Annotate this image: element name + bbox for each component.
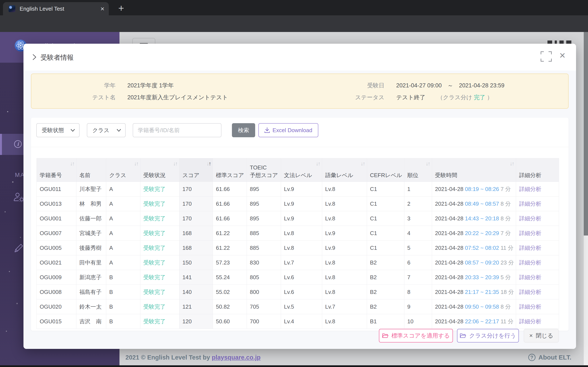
cell-detail[interactable]: 詳細分析 (516, 197, 559, 211)
detail-analysis-link[interactable]: 詳細分析 (519, 215, 541, 222)
exam-date: 2021-04-28 (435, 274, 463, 281)
sort-icons[interactable]: ↓↑ (134, 160, 138, 167)
detail-analysis-link[interactable]: 詳細分析 (519, 303, 541, 310)
cell-toeic-score: 800 (247, 285, 281, 300)
cell-exam-status: 受験完了 (140, 241, 179, 255)
col-header-exam_time[interactable]: ↓↑受験時間 (432, 158, 516, 182)
cell-score: 140 (179, 285, 213, 300)
cell-detail[interactable]: 詳細分析 (516, 211, 559, 226)
table-row: OGU020鈴木一太B受験完了12150.82705Lv.5Lv.7B29202… (37, 300, 559, 314)
page-scrollbar[interactable] (584, 32, 588, 365)
about-elt[interactable]: ? About ELT. (528, 354, 571, 361)
folder-icon (460, 333, 466, 338)
cell-student-id: OGU020 (37, 300, 76, 314)
detail-analysis-link[interactable]: 詳細分析 (519, 259, 541, 266)
cell-detail[interactable]: 詳細分析 (516, 241, 559, 255)
cell-toeic-score: 895 (247, 211, 281, 226)
cell-detail[interactable]: 詳細分析 (516, 285, 559, 300)
col-header-class[interactable]: ↓↑クラス (106, 158, 140, 182)
user-management-icon[interactable] (13, 192, 24, 202)
cell-rank: 10 (404, 314, 432, 329)
sort-icons[interactable]: ↓↑ (361, 160, 365, 167)
sort-icons[interactable]: ↓↑ (207, 160, 211, 167)
cell-exam-status: 受験完了 (140, 270, 179, 285)
browser-tab[interactable]: English Level Test × (3, 2, 109, 15)
exam-time-range: 20:22 ~ 20:29 (465, 230, 499, 236)
modal-close-icon[interactable]: × (556, 49, 569, 62)
col-header-cefr_level: CEFRレベル (367, 158, 404, 182)
class-select[interactable]: クラス (87, 123, 126, 137)
status-paren-suffix: ） (487, 94, 493, 100)
cell-detail[interactable]: 詳細分析 (516, 226, 559, 241)
sort-icons[interactable]: ↓↑ (70, 160, 74, 167)
detail-analysis-link[interactable]: 詳細分析 (519, 186, 541, 192)
fullscreen-icon[interactable] (541, 51, 552, 62)
table-row: OGU005後藤秀樹A受験完了16861.22885Lv.8Lv.9C15202… (37, 241, 559, 255)
copyright-text: 2021 © English Level Test by playsquare.… (125, 354, 260, 361)
playsquare-link[interactable]: playsquare.co.jp (212, 354, 260, 361)
cell-toeic-score: 805 (247, 270, 281, 285)
excel-download-button[interactable]: Excel Download (258, 123, 318, 137)
col-header-vocab_level[interactable]: ↓↑語彙レベル (322, 158, 367, 182)
col-header-name: 名前 (76, 158, 106, 182)
sort-icons[interactable]: ↓↑ (426, 160, 430, 167)
sort-icons[interactable]: ↓↑ (316, 160, 320, 167)
exam-status: 受験完了 (143, 259, 165, 266)
cell-detail[interactable]: 詳細分析 (516, 270, 559, 285)
sort-icons[interactable]: ↓↑ (173, 160, 177, 167)
cell-rank: 9 (404, 300, 432, 314)
cell-detail[interactable]: 詳細分析 (516, 255, 559, 270)
col-header-exam_status[interactable]: ↓↑受験状況 (140, 158, 179, 182)
exam-status: 受験完了 (143, 274, 165, 281)
col-header-score[interactable]: ↓↑スコア (179, 158, 213, 182)
cell-exam-time: 2021-04-28 14:43 ~ 20:18 8 分 (432, 211, 516, 226)
sort-icons[interactable]: ↓↑ (510, 160, 514, 167)
window-bottom-edge (0, 365, 588, 367)
cell-exam-status: 受験完了 (140, 197, 179, 211)
col-label: 標準スコア (216, 171, 244, 179)
col-header-rank[interactable]: ↓↑順位 (404, 158, 432, 182)
cell-rank: 3 (404, 211, 432, 226)
cell-cefr-level: C1 (367, 226, 404, 241)
close-button[interactable]: × 閉じる (524, 329, 559, 342)
pencil-icon[interactable] (14, 242, 24, 253)
detail-analysis-link[interactable]: 詳細分析 (519, 274, 541, 281)
apply-standard-score-button[interactable]: 標準スコアを適用する (379, 329, 453, 342)
col-label: 詳細分析 (519, 171, 541, 179)
search-input[interactable] (133, 123, 221, 137)
info-icon[interactable]: i (14, 140, 22, 148)
detail-analysis-link[interactable]: 詳細分析 (519, 230, 541, 236)
cell-exam-time: 2021-04-28 20:33 ~ 20:39 5 分 (432, 270, 516, 285)
cell-score: 170 (179, 197, 213, 211)
exam-duration: 11 分 (501, 318, 513, 325)
cell-cefr-level: C1 (367, 197, 404, 211)
cell-cefr-level: B2 (367, 255, 404, 270)
excel-download-label: Excel Download (272, 127, 312, 134)
cell-toeic-score: 885 (247, 241, 281, 255)
divide-class-button[interactable]: クラス分けを行う (457, 329, 519, 342)
cell-detail[interactable]: 詳細分析 (516, 182, 559, 197)
col-header-student_id[interactable]: ↓↑学籍番号 (37, 158, 76, 182)
cell-class: A (106, 241, 140, 255)
cell-student-id: OGU007 (37, 226, 76, 241)
detail-analysis-link[interactable]: 詳細分析 (519, 289, 541, 295)
search-button[interactable]: 検索 (232, 123, 255, 137)
cell-std-score: 50.60 (213, 314, 247, 329)
scrollbar-thumb[interactable] (584, 32, 588, 235)
detail-analysis-link[interactable]: 詳細分析 (519, 200, 541, 207)
cell-rank: 8 (404, 285, 432, 300)
new-tab-button[interactable]: + (115, 3, 127, 15)
exam-time-range: 08:49 ~ 08:57 (465, 200, 499, 207)
detail-analysis-link[interactable]: 詳細分析 (519, 318, 541, 325)
cell-detail[interactable]: 詳細分析 (516, 314, 559, 329)
cell-exam-time: 2021-04-28 21:17 ~ 21:35 18 分 (432, 285, 516, 300)
cell-detail[interactable]: 詳細分析 (516, 300, 559, 314)
page-header-partial-text (547, 40, 571, 44)
detail-analysis-link[interactable]: 詳細分析 (519, 245, 541, 251)
col-header-grammar_level[interactable]: ↓↑文法レベル (281, 158, 322, 182)
cell-score: 141 (179, 270, 213, 285)
exam-state-select[interactable]: 受験状態 (36, 123, 80, 137)
cell-vocab-level: Lv.8 (322, 197, 367, 211)
class-select-value: クラス (92, 127, 109, 134)
tab-close-icon[interactable]: × (98, 5, 107, 13)
